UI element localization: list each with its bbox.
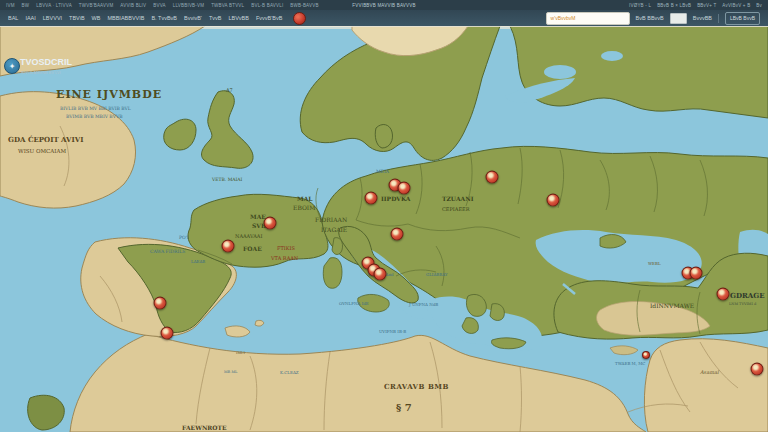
- map-marker-pin[interactable]: [642, 351, 650, 359]
- map-marker-pin[interactable]: [717, 288, 730, 301]
- checkbox-label: BvvvBB: [693, 15, 712, 21]
- map-svg: [0, 26, 768, 432]
- menu-item[interactable]: AvVIBvV + B: [722, 3, 750, 8]
- menu-item[interactable]: BBvB B × LBvB: [657, 3, 691, 8]
- menu-item[interactable]: BBvV+ T: [697, 3, 716, 8]
- menu-item[interactable]: Bv: [756, 3, 762, 8]
- checkbox[interactable]: [670, 13, 687, 24]
- map-canvas[interactable]: EINE IJVMBDEBIVLIB BVB MV BBI BVIB BVLBV…: [0, 26, 768, 432]
- toolbar-divider: [718, 14, 719, 23]
- map-marker-pin[interactable]: [391, 228, 404, 241]
- corsica-island: [332, 238, 343, 255]
- action-button[interactable]: LBvB BvvB: [725, 12, 760, 25]
- toolbar-button[interactable]: TvvB: [209, 15, 222, 21]
- menu-item[interactable]: IVM: [6, 3, 15, 8]
- menu-item[interactable]: AVVIB BLIV: [120, 3, 146, 8]
- toolbar-button[interactable]: LBVvBB: [228, 15, 248, 21]
- toolbar-button[interactable]: LBVVVI: [43, 15, 62, 21]
- map-marker-pin[interactable]: [264, 217, 277, 230]
- lake: [544, 65, 576, 79]
- menu-item[interactable]: BVVA: [153, 3, 165, 8]
- menu-item[interactable]: BWB-BAVVB: [290, 3, 318, 8]
- map-marker-pin[interactable]: [547, 194, 560, 207]
- record-badge-icon[interactable]: [293, 12, 306, 25]
- menu-item[interactable]: TWVB'BAAVVM: [79, 3, 113, 8]
- logo-icon: ✦: [4, 58, 20, 74]
- toolbar-button[interactable]: MBBIABBVVIB: [107, 15, 144, 21]
- menu-items: IVMBWLBVVA · LTIVVATWVB'BAAVVMAVVIB BLIV…: [6, 3, 319, 8]
- menu-item[interactable]: LBVVA · LTIVVA: [36, 3, 72, 8]
- map-marker-pin[interactable]: [398, 182, 411, 195]
- france-landmass: [188, 194, 328, 267]
- window-title: FVVIBBVB MAVVIB BAVVVB: [352, 3, 415, 8]
- toolbar-button[interactable]: TBViB: [69, 15, 85, 21]
- denmark-landmass: [375, 125, 392, 148]
- menu-item[interactable]: BW: [22, 3, 30, 8]
- top-toolbar: IVMBWLBVVA · LTIVVATWVB'BAAVVMAVVIB BLIV…: [0, 0, 768, 26]
- map-marker-pin[interactable]: [751, 363, 764, 376]
- search-input[interactable]: w'vBvvbvM: [546, 12, 630, 25]
- menu-item[interactable]: IVØYB - L: [629, 3, 651, 8]
- map-marker-pin[interactable]: [222, 240, 235, 253]
- menu-item[interactable]: BVL-B BAVVLI: [251, 3, 283, 8]
- logo-title: TVOSDCRIL: [20, 58, 72, 67]
- toolbar-button[interactable]: WB: [92, 15, 101, 21]
- logo-subtitle: BIVLB AMVNB BV LVI: [21, 71, 61, 75]
- map-marker-pin[interactable]: [154, 297, 167, 310]
- toolbar-button[interactable]: FvvvB'BvB: [256, 15, 282, 21]
- map-marker-pin[interactable]: [161, 327, 174, 340]
- menu-bar: IVMBWLBVVA · LTIVVATWVB'BAAVVMAVVIB BLIV…: [0, 0, 768, 10]
- button-bar: BALIAAILBVVVITBViBWBMBBIABBVVIBB. TvvBvB…: [0, 10, 768, 26]
- menu-items-right: IVØYB - LBBvB B × LBvBBBvV+ TAvVIBvV + B…: [629, 3, 762, 8]
- search-label: BvB BBvvB: [636, 15, 664, 21]
- map-marker-pin[interactable]: [365, 192, 378, 205]
- toolbar-button[interactable]: BAL: [8, 15, 18, 21]
- map-marker-pin[interactable]: [690, 267, 703, 280]
- menu-item[interactable]: TWBVA BTVVL: [211, 3, 244, 8]
- toolbar-button[interactable]: B. TvvBvB: [151, 15, 177, 21]
- toolbar-right-group: w'vBvvbvM BvB BBvvB BvvvBB LBvB BvvB: [546, 12, 760, 25]
- map-marker-pin[interactable]: [374, 268, 387, 281]
- menu-item[interactable]: LLVBBIVB-VM: [173, 3, 204, 8]
- toolbar-button[interactable]: BvvivB': [184, 15, 202, 21]
- toolbar-button[interactable]: IAAI: [25, 15, 35, 21]
- map-marker-pin[interactable]: [486, 171, 499, 184]
- lake: [601, 51, 623, 61]
- toolbar-buttons: BALIAAILBVVVITBViBWBMBBIABBVVIBB. TvvBvB…: [8, 15, 282, 21]
